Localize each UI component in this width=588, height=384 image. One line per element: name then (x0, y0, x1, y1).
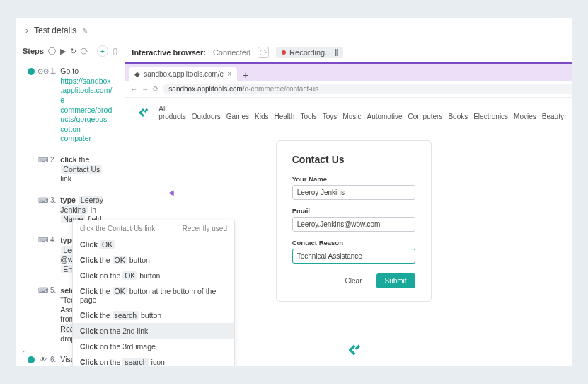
suggestion-item[interactable]: Click on the OK button (73, 268, 234, 283)
braces-icon[interactable]: {} (113, 47, 117, 55)
suggestion-item[interactable]: Click the search button (73, 307, 234, 323)
site-nav: All productsOutdoorsGamesKidsHealthTools… (125, 98, 572, 128)
contact-form: Contact Us Your Name Email Contact Reaso… (276, 140, 432, 302)
status-dot-icon (28, 68, 35, 75)
step-number: 3. (50, 196, 56, 204)
step-row[interactable]: ⊙⊙ 1. Go to https://sandbox.applitools.c… (23, 62, 117, 148)
reason-select[interactable]: Technical Assistance (292, 249, 415, 264)
globe-icon: ◆ (134, 70, 140, 78)
nav-link[interactable]: Games (226, 113, 249, 120)
nav-link[interactable]: Music (342, 113, 361, 120)
refresh-icon[interactable]: ⟳ (153, 85, 158, 93)
forward-icon[interactable]: → (142, 85, 149, 93)
recently-used-label: Recently used (183, 225, 227, 232)
reason-label: Contact Reason (292, 239, 415, 247)
address-bar[interactable]: sandbox.applitools.com/e-commerce/contac… (163, 84, 572, 94)
nav-link[interactable]: Health (275, 113, 295, 120)
close-icon[interactable]: × (227, 70, 231, 78)
nav-link[interactable]: Beauty (542, 113, 564, 120)
step-number: 1. (50, 67, 56, 75)
logo-icon[interactable] (137, 107, 149, 118)
submit-button[interactable]: Submit (376, 273, 415, 288)
step-type-icon: ⌨ (39, 286, 47, 295)
record-dot-icon (282, 50, 286, 55)
recording-badge[interactable]: Recording... ǁ (276, 47, 343, 58)
nav-link[interactable]: Kids (255, 113, 268, 120)
suggestion-item[interactable]: Click the OK button (73, 252, 234, 268)
step-text: click the Contact Us link (60, 155, 113, 184)
step-row[interactable]: ⌨ 2. click the Contact Us link (23, 151, 117, 188)
step-number: 4. (50, 236, 56, 244)
status-dot-icon (28, 356, 35, 363)
suggestion-item[interactable]: Click on the 2nd link (73, 323, 234, 339)
step-type-icon: ⊙⊙ (39, 67, 47, 75)
pause-icon[interactable]: ǁ (335, 49, 338, 56)
nav-link[interactable]: Computers (408, 113, 443, 120)
breadcrumb: › Test details ✎ (16, 18, 572, 43)
suggestion-popup: click the Contact Us link Recently used … (72, 220, 235, 366)
new-tab-button[interactable]: + (240, 69, 251, 81)
step-type-icon: ⌨ (39, 155, 47, 164)
play-icon[interactable]: ▶ (60, 47, 66, 56)
browser-tab[interactable]: ◆ sandbox.applitools.com/e × (129, 67, 237, 81)
page-title: Test details (34, 26, 76, 35)
nav-link[interactable]: Outdoors (192, 113, 221, 120)
steps-label: Steps (23, 47, 44, 55)
suggestion-item[interactable]: Click on the search icon (73, 354, 234, 366)
email-field[interactable] (292, 217, 415, 232)
reload-icon[interactable]: ↻ (70, 47, 76, 56)
name-field[interactable] (292, 185, 415, 200)
browser-header-label: Interactive browser: (132, 48, 206, 57)
nav-link[interactable]: Electronics (473, 113, 508, 120)
info-icon[interactable]: ⓘ (48, 46, 56, 57)
suggestion-item[interactable]: Click the OK button at the bottom of the… (73, 283, 234, 307)
camera-icon[interactable]: ⧂ (81, 47, 88, 56)
back-icon[interactable]: ← (130, 85, 137, 93)
nav-link[interactable]: Books (448, 113, 468, 120)
step-text: Go to https://sandbox.applitools.com/e-c… (60, 67, 113, 144)
step-type-icon: 👁 (39, 355, 47, 363)
step-number: 2. (50, 156, 56, 164)
step-number: 6. (50, 356, 56, 363)
current-step-indicator-icon: ◀ (168, 188, 174, 196)
nav-link[interactable]: Movies (514, 113, 536, 120)
nav-link[interactable]: Automotive (367, 113, 402, 120)
disconnect-icon[interactable]: ⧂ (258, 47, 269, 58)
suggestion-item[interactable]: Click OK (73, 237, 234, 252)
chevron-right-icon: › (25, 26, 28, 35)
suggestion-context: click the Contact Us link (80, 225, 155, 232)
add-step-icon[interactable]: + (97, 45, 108, 57)
step-type-icon: ⌨ (39, 236, 47, 244)
step-type-icon: ⌨ (39, 196, 47, 204)
step-number: 5. (50, 286, 56, 294)
nav-link[interactable]: Toys (323, 113, 338, 120)
connection-status: Connected (213, 48, 250, 57)
nav-link[interactable]: All products (158, 105, 185, 120)
form-title: Contact Us (292, 154, 415, 165)
email-label: Email (292, 207, 415, 215)
pencil-icon[interactable]: ✎ (82, 27, 88, 35)
clear-button[interactable]: Clear (337, 273, 371, 288)
name-label: Your Name (292, 175, 415, 183)
suggestion-item[interactable]: Click on the 3rd image (73, 339, 234, 354)
nav-link[interactable]: Tools (300, 113, 316, 120)
